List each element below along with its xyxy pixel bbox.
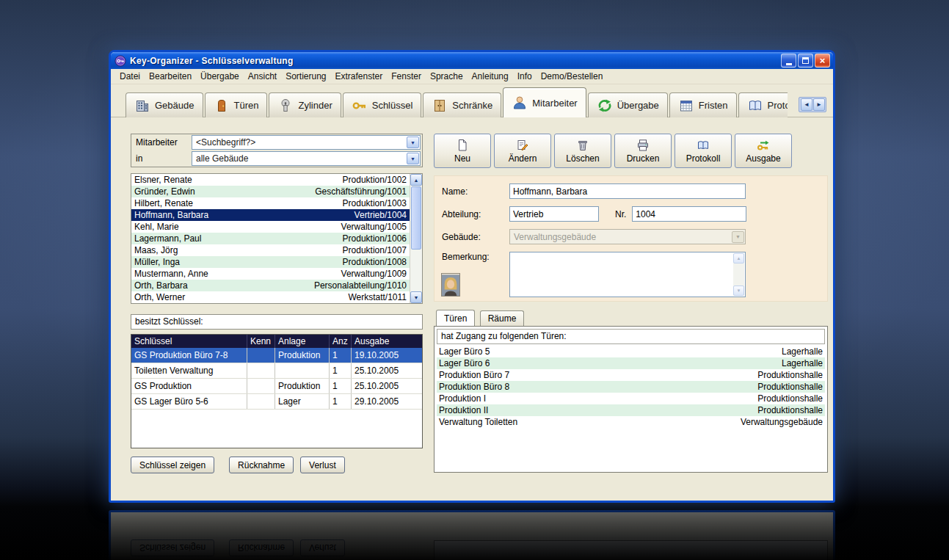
door-name: Produktion Büro 8 (439, 381, 509, 393)
employee-row[interactable]: Gründer, EdwinGeschäftsführung/1001 (131, 186, 410, 197)
scroll-down-icon[interactable]: ▼ (410, 291, 422, 303)
door-name: Verwaltung Toiletten (439, 416, 517, 428)
key-row[interactable]: GS Produktion Produktion 1 25.10.2005 (131, 379, 422, 394)
column-header[interactable]: Kenn (247, 335, 275, 348)
menu-anleitung[interactable]: Anleitung (468, 70, 513, 83)
issue-key-icon (757, 139, 770, 152)
menu-uebergabe[interactable]: Übergabe (196, 70, 244, 83)
door-row[interactable]: Produktion IIProduktionshalle (437, 404, 825, 416)
employee-row[interactable]: Müller, IngaProduktion/1008 (131, 256, 410, 268)
key-ausgabe: 19.10.2005 (352, 348, 422, 363)
maximize-button[interactable] (798, 54, 813, 68)
toolbar-label: Löschen (566, 153, 599, 164)
department-field[interactable] (509, 206, 599, 222)
employee-row[interactable]: Lagermann, PaulProduktion/1006 (131, 233, 410, 244)
remark-label: Bemerkung: (442, 252, 509, 262)
window-titlebar[interactable]: Key-Organizer - Schlüsselverwaltung × (111, 52, 833, 69)
keys-table: Schlüssel Kenn Anlage Anz Ausgabe GS Pro… (131, 334, 423, 448)
tab-uebergabe[interactable]: Übergabe (588, 92, 668, 117)
building-filter-combobox[interactable]: alle Gebäude ▼ (192, 151, 421, 166)
door-row[interactable]: Lager Büro 6Lagerhalle (437, 357, 825, 369)
employee-row[interactable]: Orth, WernerWerkstatt/1011 (131, 291, 410, 303)
tab-protokoll[interactable]: Protokoll (738, 92, 788, 117)
door-building: Lagerhalle (782, 357, 823, 369)
tab-schluessel[interactable]: Schlüssel (343, 92, 422, 117)
tab-raeume[interactable]: Räume (480, 310, 525, 326)
tab-gebaeude[interactable]: Gebäude (126, 92, 203, 117)
toolbar-label: Drucken (627, 153, 660, 164)
menu-info[interactable]: Info (513, 70, 537, 83)
employee-row[interactable]: Kehl, MarieVerwaltung/1005 (131, 221, 410, 233)
schluessel-zeigen-button[interactable]: Schlüssel zeigen (131, 457, 214, 473)
employee-row-selected[interactable]: Hoffmann, BarbaraVertrieb/1004 (131, 209, 410, 221)
search-combobox[interactable]: <Suchbegriff?> ▼ (192, 135, 421, 150)
tab-tueren[interactable]: Türen (436, 310, 475, 326)
name-field[interactable] (509, 183, 746, 199)
column-header[interactable]: Schlüssel (131, 335, 247, 348)
column-header[interactable]: Ausgabe (352, 335, 422, 348)
loeschen-button[interactable]: Löschen (554, 134, 611, 168)
menu-sortierung[interactable]: Sortierung (281, 70, 330, 83)
key-row-selected[interactable]: GS Produktion Büro 7-8 Produktion 1 19.1… (131, 348, 422, 363)
tab-scroll-left-icon[interactable]: ◄ (801, 98, 812, 111)
menu-bearbeiten[interactable]: Bearbeiten (145, 70, 196, 83)
neu-button[interactable]: Neu (434, 134, 491, 168)
employee-dept: Produktion/1002 (343, 174, 407, 186)
tab-zylinder[interactable]: Zylinder (269, 92, 341, 117)
door-building: Lagerhalle (782, 346, 823, 357)
transfer-icon (597, 98, 613, 114)
menu-demo-bestellen[interactable]: Demo/Bestellen (537, 70, 608, 83)
tab-label: Zylinder (298, 100, 332, 111)
door-name: Lager Büro 5 (439, 346, 490, 357)
key-ausgabe: 29.10.2005 (352, 394, 422, 409)
tab-fristen[interactable]: Fristen (669, 92, 737, 117)
key-row[interactable]: GS Lager Büro 5-6 Lager 1 29.10.2005 (131, 394, 422, 410)
search-row-building: in alle Gebäude ▼ (131, 150, 422, 167)
ausgabe-button[interactable]: Ausgabe (735, 134, 792, 168)
tab-schraenke[interactable]: Schränke (423, 92, 501, 117)
door-row[interactable]: Produktion IProduktionshalle (437, 393, 825, 404)
door-row[interactable]: Verwaltung ToilettenVerwaltungsgebäude (437, 416, 825, 428)
tab-scroll-right-icon[interactable]: ► (813, 98, 825, 111)
employee-list-scrollbar[interactable]: ▲ ▼ (410, 174, 422, 303)
tab-mitarbeiter[interactable]: Mitarbeiter (503, 87, 586, 117)
door-row[interactable]: Lager Büro 5Lagerhalle (437, 346, 825, 357)
aendern-button[interactable]: Ändern (494, 134, 551, 168)
key-kenn (247, 363, 275, 378)
employee-row[interactable]: Hilbert, RenateProduktion/1003 (131, 197, 410, 209)
menu-ansicht[interactable]: Ansicht (244, 70, 281, 83)
verlust-button[interactable]: Verlust (300, 457, 345, 473)
column-header[interactable]: Anz (330, 335, 352, 348)
toolbar-label: Neu (454, 153, 470, 164)
tab-tueren[interactable]: Türen (205, 92, 268, 117)
remark-field[interactable]: ▲ ▼ (509, 252, 746, 297)
chevron-down-icon[interactable]: ▼ (407, 153, 419, 164)
protokoll-button[interactable]: Protokoll (675, 134, 732, 168)
close-button[interactable]: × (815, 54, 830, 68)
menu-datei[interactable]: Datei (115, 70, 145, 83)
scroll-up-icon[interactable]: ▲ (410, 174, 422, 186)
menu-fenster[interactable]: Fenster (387, 70, 426, 83)
door-row[interactable]: Produktion Büro 8Produktionshalle (437, 381, 825, 393)
employee-row[interactable]: Orth, BarbaraPersonalabteilung/1010 (131, 280, 410, 291)
employee-row[interactable]: Maas, JörgProduktion/1007 (131, 244, 410, 256)
key-row[interactable]: Toiletten Verwaltung 1 25.10.2005 (131, 363, 422, 379)
door-name: Produktion Büro 7 (439, 369, 509, 381)
column-header[interactable]: Anlage (275, 335, 330, 348)
door-row[interactable]: Produktion Büro 7Produktionshalle (437, 369, 825, 381)
employee-name: Kehl, Marie (134, 221, 179, 233)
app-window: Key-Organizer - Schlüsselverwaltung × Da… (109, 50, 835, 503)
employee-name: Gründer, Edwin (134, 186, 195, 197)
menu-sprache[interactable]: Sprache (426, 70, 468, 83)
minimize-button[interactable] (781, 54, 796, 68)
menu-extrafenster[interactable]: Extrafenster (331, 70, 388, 83)
detail-tab-strip: Türen Räume (434, 310, 828, 326)
drucken-button[interactable]: Drucken (614, 134, 672, 168)
ruecknahme-button[interactable]: Rücknahme (229, 457, 294, 473)
employee-row[interactable]: Mustermann, AnneVerwaltung/1009 (131, 268, 410, 280)
employee-detail-panel: Neu Ändern Löschen Drucken (434, 134, 828, 473)
chevron-down-icon[interactable]: ▼ (407, 137, 419, 148)
number-field[interactable] (632, 206, 746, 222)
employee-row[interactable]: Elsner, RenateProduktion/1002 (131, 174, 410, 186)
scroll-thumb[interactable] (411, 186, 421, 250)
